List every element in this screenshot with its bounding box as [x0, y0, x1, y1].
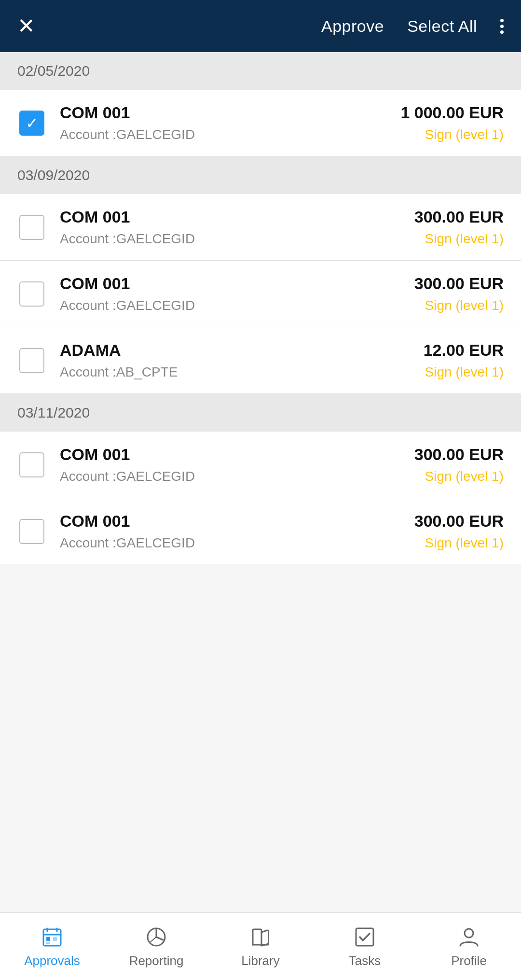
- item-account: Account :GAELCEGID: [60, 127, 387, 142]
- approve-button[interactable]: Approve: [321, 17, 384, 36]
- item-right: 300.00 EURSign (level 1): [414, 274, 504, 313]
- svg-rect-4: [46, 937, 50, 941]
- nav-label-tasks: Tasks: [349, 953, 381, 968]
- checkbox-wrap[interactable]: ✓: [17, 109, 46, 138]
- item-sign[interactable]: Sign (level 1): [425, 469, 504, 484]
- item-right: 12.00 EURSign (level 1): [424, 341, 504, 380]
- content-area: 02/05/2020✓COM 001Account :GAELCEGID1 00…: [0, 52, 521, 912]
- close-icon[interactable]: ✕: [17, 15, 35, 37]
- checkbox[interactable]: [19, 348, 44, 373]
- checkbox-wrap[interactable]: [17, 450, 46, 479]
- checkbox[interactable]: ✓: [19, 111, 44, 136]
- item-content: COM 001Account :GAELCEGID: [60, 512, 401, 551]
- item-title: ADAMA: [60, 341, 410, 360]
- nav-item-approvals[interactable]: Approvals: [0, 919, 104, 974]
- list-item: ADAMAAccount :AB_CPTE12.00 EURSign (leve…: [0, 327, 521, 394]
- library-icon: [248, 924, 273, 950]
- item-content: COM 001Account :GAELCEGID: [60, 208, 401, 247]
- checkmark-icon: ✓: [26, 115, 39, 131]
- item-right: 300.00 EURSign (level 1): [414, 512, 504, 551]
- header-left: ✕: [17, 15, 35, 37]
- app-header: ✕ Approve Select All: [0, 0, 521, 52]
- list-item: COM 001Account :GAELCEGID300.00 EURSign …: [0, 194, 521, 261]
- bottom-nav: Approvals Reporting Library: [0, 912, 521, 980]
- item-sign[interactable]: Sign (level 1): [425, 364, 504, 380]
- item-account: Account :GAELCEGID: [60, 298, 401, 313]
- checkbox-wrap[interactable]: [17, 213, 46, 242]
- checkbox-wrap[interactable]: [17, 517, 46, 546]
- checkbox-wrap[interactable]: [17, 280, 46, 308]
- item-content: COM 001Account :GAELCEGID: [60, 274, 401, 313]
- item-amount: 300.00 EUR: [414, 512, 504, 531]
- date-header-0: 02/05/2020: [0, 52, 521, 90]
- item-title: COM 001: [60, 103, 387, 122]
- nav-item-profile[interactable]: Profile: [417, 919, 521, 974]
- list-item: COM 001Account :GAELCEGID300.00 EURSign …: [0, 261, 521, 327]
- reporting-icon: [144, 924, 169, 950]
- approvals-icon: [40, 924, 65, 950]
- item-sign[interactable]: Sign (level 1): [425, 298, 504, 313]
- item-title: COM 001: [60, 274, 401, 293]
- item-content: COM 001Account :GAELCEGID: [60, 445, 401, 484]
- item-account: Account :AB_CPTE: [60, 364, 410, 380]
- item-content: ADAMAAccount :AB_CPTE: [60, 341, 410, 380]
- item-amount: 300.00 EUR: [414, 274, 504, 293]
- svg-rect-6: [46, 942, 50, 944]
- item-right: 300.00 EURSign (level 1): [414, 445, 504, 484]
- item-sign[interactable]: Sign (level 1): [425, 231, 504, 247]
- profile-icon: [456, 924, 481, 950]
- item-sign[interactable]: Sign (level 1): [425, 127, 504, 142]
- checkbox[interactable]: [19, 281, 44, 307]
- svg-rect-0: [43, 929, 61, 946]
- list-item: ✓COM 001Account :GAELCEGID1 000.00 EURSi…: [0, 90, 521, 156]
- date-header-1: 03/09/2020: [0, 156, 521, 194]
- item-amount: 300.00 EUR: [414, 445, 504, 464]
- nav-item-reporting[interactable]: Reporting: [104, 919, 208, 974]
- item-right: 1 000.00 EURSign (level 1): [400, 103, 504, 142]
- nav-label-library: Library: [241, 953, 279, 968]
- nav-label-reporting: Reporting: [129, 953, 184, 968]
- svg-point-10: [465, 929, 473, 938]
- item-content: COM 001Account :GAELCEGID: [60, 103, 387, 142]
- item-right: 300.00 EURSign (level 1): [414, 208, 504, 247]
- item-account: Account :GAELCEGID: [60, 231, 401, 247]
- tasks-icon: [352, 924, 377, 950]
- header-right: Approve Select All: [321, 17, 504, 36]
- item-account: Account :GAELCEGID: [60, 535, 401, 551]
- item-amount: 12.00 EUR: [424, 341, 504, 360]
- more-icon[interactable]: [500, 19, 504, 34]
- svg-rect-5: [53, 937, 57, 941]
- item-title: COM 001: [60, 512, 401, 531]
- nav-item-library[interactable]: Library: [208, 919, 313, 974]
- item-title: COM 001: [60, 208, 401, 226]
- nav-label-approvals: Approvals: [24, 953, 80, 968]
- checkbox[interactable]: [19, 215, 44, 240]
- select-all-button[interactable]: Select All: [407, 17, 477, 36]
- svg-rect-9: [356, 928, 373, 946]
- item-amount: 1 000.00 EUR: [400, 103, 504, 122]
- item-account: Account :GAELCEGID: [60, 469, 401, 484]
- checkbox-wrap[interactable]: [17, 346, 46, 375]
- checkbox[interactable]: [19, 452, 44, 477]
- list-item: COM 001Account :GAELCEGID300.00 EURSign …: [0, 498, 521, 564]
- item-amount: 300.00 EUR: [414, 208, 504, 226]
- item-sign[interactable]: Sign (level 1): [425, 535, 504, 551]
- list-item: COM 001Account :GAELCEGID300.00 EURSign …: [0, 432, 521, 498]
- date-header-2: 03/11/2020: [0, 394, 521, 432]
- checkbox[interactable]: [19, 519, 44, 544]
- item-title: COM 001: [60, 445, 401, 464]
- nav-label-profile: Profile: [451, 953, 487, 968]
- nav-item-tasks[interactable]: Tasks: [313, 919, 417, 974]
